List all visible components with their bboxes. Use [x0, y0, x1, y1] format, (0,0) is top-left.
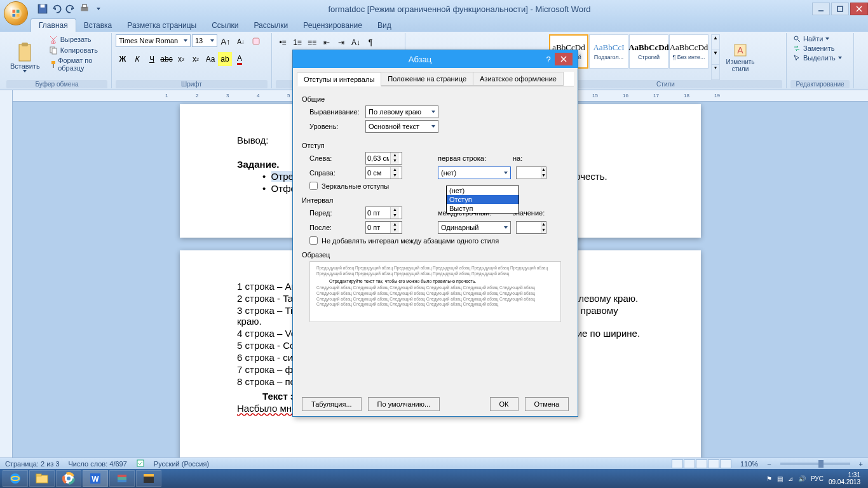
- maximize-button[interactable]: [831, 3, 849, 15]
- close-button[interactable]: [850, 3, 868, 15]
- superscript-button[interactable]: x2: [189, 52, 203, 66]
- proofing-icon[interactable]: [136, 459, 145, 469]
- sort-button[interactable]: A↓: [349, 36, 363, 50]
- shrink-font-button[interactable]: A↓: [234, 34, 248, 48]
- mirror-indents-check[interactable]: Зеркальные отступы: [309, 182, 569, 190]
- gallery-more-button[interactable]: ▾: [712, 64, 719, 79]
- default-button[interactable]: По умолчанию...: [368, 397, 440, 411]
- after-input[interactable]: [366, 224, 390, 231]
- undo-icon[interactable]: [51, 3, 62, 15]
- font-size-combo[interactable]: 13: [192, 34, 217, 47]
- spin-down[interactable]: ▼: [391, 173, 399, 179]
- print-icon[interactable]: [79, 3, 90, 15]
- spin-down[interactable]: ▼: [391, 227, 399, 233]
- dropdown-option-none[interactable]: (нет): [447, 186, 519, 195]
- tab-insert[interactable]: Вставка: [76, 19, 120, 32]
- style-subtitle[interactable]: AaBbCcIПодзагол...: [589, 34, 628, 69]
- replace-button[interactable]: Заменить: [790, 44, 844, 53]
- spin-up[interactable]: ▲: [391, 207, 399, 213]
- tab-page-layout[interactable]: Разметка страницы: [119, 19, 204, 32]
- tray-wifi-icon[interactable]: ⊿: [788, 475, 793, 482]
- cancel-button[interactable]: Отмена: [525, 397, 569, 411]
- numbering-button[interactable]: 1≡: [290, 36, 304, 50]
- style-nospacing[interactable]: AaBbCcDd¶ Без инте...: [669, 34, 709, 69]
- decrease-indent-button[interactable]: ⇤: [320, 36, 334, 50]
- minimize-button[interactable]: [812, 3, 830, 15]
- save-icon[interactable]: [37, 3, 48, 15]
- status-zoom[interactable]: 110%: [740, 460, 758, 468]
- level-combo[interactable]: Основной текст: [365, 120, 438, 133]
- firstline-dropdown-list[interactable]: (нет) Отступ Выступ: [446, 186, 519, 214]
- change-case-button[interactable]: Aa: [203, 52, 217, 66]
- tab-view[interactable]: Вид: [370, 19, 399, 32]
- qat-customize-icon[interactable]: [93, 3, 104, 15]
- tab-home[interactable]: Главная: [31, 18, 76, 32]
- linespacing-combo[interactable]: Одинарный: [438, 221, 511, 234]
- nospace-check[interactable]: Не добавлять интервал между абзацами одн…: [309, 236, 569, 245]
- view-print-layout[interactable]: [672, 459, 683, 468]
- redo-icon[interactable]: [65, 3, 76, 15]
- tray-flag-icon[interactable]: ⚑: [766, 475, 772, 482]
- dialog-titlebar[interactable]: Абзац ?: [293, 50, 578, 68]
- spin-up[interactable]: ▲: [391, 152, 399, 158]
- zoom-slider[interactable]: [780, 463, 850, 465]
- spin-up[interactable]: ▲: [541, 167, 546, 173]
- gallery-down-button[interactable]: ▼: [712, 50, 719, 65]
- tab-references[interactable]: Ссылки: [204, 19, 246, 32]
- highlight-button[interactable]: ab: [218, 52, 232, 66]
- left-indent-input[interactable]: [366, 154, 390, 162]
- spin-down[interactable]: ▼: [391, 158, 399, 164]
- tab-mailings[interactable]: Рассылки: [246, 19, 295, 32]
- gallery-up-button[interactable]: ▲: [712, 35, 719, 50]
- status-language[interactable]: Русский (Россия): [154, 460, 209, 468]
- align-combo[interactable]: По левому краю: [365, 105, 438, 118]
- format-painter-button[interactable]: Формат по образцу: [46, 56, 107, 72]
- taskbar-ie[interactable]: [3, 470, 28, 487]
- spin-down[interactable]: ▼: [541, 227, 546, 233]
- ok-button[interactable]: ОК: [490, 397, 519, 411]
- tabs-button[interactable]: Табуляция...: [302, 397, 362, 411]
- find-button[interactable]: Найти: [790, 34, 844, 43]
- dropdown-option-hanging[interactable]: Выступ: [447, 204, 519, 213]
- subscript-button[interactable]: x2: [174, 52, 188, 66]
- italic-button[interactable]: К: [130, 52, 144, 66]
- right-indent-spin[interactable]: ▲▼: [365, 166, 402, 179]
- show-marks-button[interactable]: ¶: [363, 36, 377, 50]
- view-draft[interactable]: [720, 459, 731, 468]
- dropdown-option-indent[interactable]: Отступ: [447, 195, 519, 204]
- clear-formatting-button[interactable]: [249, 34, 263, 48]
- taskbar-winrar[interactable]: [109, 470, 135, 487]
- bullets-button[interactable]: •≡: [276, 36, 290, 50]
- taskbar-chrome[interactable]: [56, 470, 81, 487]
- at-input[interactable]: [517, 224, 541, 231]
- office-button[interactable]: [4, 1, 28, 25]
- mirror-checkbox[interactable]: [309, 182, 318, 190]
- spin-up[interactable]: ▲: [391, 222, 399, 227]
- tray-volume-icon[interactable]: 🔊: [798, 475, 806, 482]
- view-web[interactable]: [696, 459, 707, 468]
- before-spin[interactable]: ▲▼: [365, 207, 402, 219]
- bold-button[interactable]: Ж: [116, 52, 130, 66]
- before-input[interactable]: [366, 209, 390, 217]
- style-strong[interactable]: AaBbCcDdСтрогий: [629, 34, 668, 69]
- tray-action-center-icon[interactable]: ▤: [777, 475, 783, 482]
- spin-up[interactable]: ▲: [541, 222, 546, 227]
- spin-up[interactable]: ▲: [391, 167, 399, 173]
- strikethrough-button[interactable]: abc: [159, 52, 173, 66]
- copy-button[interactable]: Копировать: [46, 45, 107, 55]
- vertical-ruler[interactable]: [0, 90, 13, 458]
- tab-review[interactable]: Рецензирование: [295, 19, 370, 32]
- status-words[interactable]: Число слов: 4/697: [69, 460, 127, 468]
- zoom-thumb[interactable]: [818, 460, 824, 468]
- dialog-help-button[interactable]: ?: [542, 55, 555, 64]
- select-button[interactable]: Выделить: [790, 53, 844, 62]
- taskbar-explorer[interactable]: [29, 470, 55, 487]
- zoom-in-button[interactable]: +: [859, 460, 863, 468]
- nospace-checkbox[interactable]: [309, 236, 318, 245]
- underline-button[interactable]: Ч: [145, 52, 159, 66]
- change-styles-button[interactable]: A Изменить стили: [722, 34, 758, 80]
- dialog-tab-page-position[interactable]: Положение на странице: [381, 72, 473, 86]
- increase-indent-button[interactable]: ⇥: [334, 36, 348, 50]
- taskbar-clapper[interactable]: [136, 470, 161, 487]
- zoom-out-button[interactable]: −: [767, 460, 771, 468]
